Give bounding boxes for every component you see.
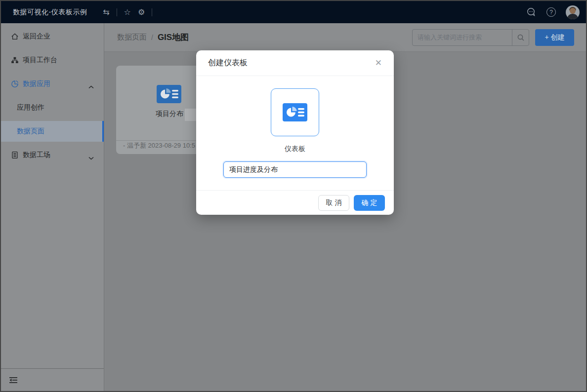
app-title: 数据可视化-仪表板示例 xyxy=(13,8,87,17)
sitemap-icon xyxy=(11,56,19,64)
star-icon[interactable]: ☆ xyxy=(124,8,131,16)
breadcrumb-separator: / xyxy=(151,34,153,41)
topbar-right: ? xyxy=(526,5,580,19)
search-icon[interactable] xyxy=(512,30,529,45)
divider xyxy=(152,8,152,16)
topbar: 数据可视化-仪表板示例 ⇆ ☆ ⚙ ? xyxy=(1,1,586,23)
gear-icon[interactable]: ⚙ xyxy=(138,8,145,16)
avatar-body xyxy=(567,14,578,19)
dashboard-type-icon xyxy=(283,103,307,121)
content-header: 数据页面 / GIS地图 + 创建 xyxy=(104,23,586,52)
home-icon xyxy=(11,33,19,40)
close-icon[interactable]: ✕ xyxy=(375,59,382,67)
sidebar-item-data-apps[interactable]: 数据应用 xyxy=(1,74,104,94)
app-window: 数据可视化-仪表板示例 ⇆ ☆ ⚙ ? xyxy=(0,0,587,392)
chevron-down-icon xyxy=(88,154,94,161)
data-factory-icon xyxy=(11,151,19,159)
sidebar-item-data-factory[interactable]: 数据工场 xyxy=(1,145,104,165)
sidebar-item-label: 应用创作 xyxy=(17,103,44,112)
cancel-button[interactable]: 取 消 xyxy=(318,195,349,211)
dashboard-type-label: 仪表板 xyxy=(196,145,394,154)
dashboard-type-option[interactable] xyxy=(271,88,319,136)
breadcrumb-current: GIS地图 xyxy=(158,32,189,43)
dashboard-card-icon xyxy=(157,85,181,103)
modal-footer: 取 消 确 定 xyxy=(196,190,394,215)
breadcrumb-parent[interactable]: 数据页面 xyxy=(117,33,147,42)
sidebar-item-label: 项目工作台 xyxy=(23,56,57,65)
help-icon[interactable]: ? xyxy=(546,7,556,17)
sidebar-item-data-pages[interactable]: 数据页面 xyxy=(1,121,104,142)
card-title: 项目分布 xyxy=(156,110,183,118)
avatar[interactable] xyxy=(566,5,580,19)
confirm-button[interactable]: 确 定 xyxy=(354,195,385,211)
dashboard-name-input[interactable] xyxy=(223,161,367,178)
sidebar-item-label: 数据工场 xyxy=(23,151,50,159)
sidebar-item-label: 返回企业 xyxy=(23,32,50,41)
search-box xyxy=(412,29,529,46)
avatar-face xyxy=(570,8,576,14)
modal-header: 创建仪表板 ✕ xyxy=(196,50,394,76)
selected-indicator-bar xyxy=(102,121,104,142)
chevron-up-icon xyxy=(88,82,94,90)
search-input[interactable] xyxy=(413,30,512,45)
sidebar: 返回企业 项目工作台 数据应用 xyxy=(1,23,104,391)
sidebar-item-label: 数据应用 xyxy=(23,79,50,88)
pie-chart-icon xyxy=(11,80,19,88)
chat-icon[interactable] xyxy=(526,7,537,17)
sidebar-item-app-creation[interactable]: 应用创作 xyxy=(1,97,104,118)
create-dashboard-modal: 创建仪表板 ✕ 仪表板 取 消 确 定 xyxy=(196,50,394,215)
topbar-icons: ⇆ ☆ ⚙ xyxy=(103,8,152,16)
collapse-sidebar-icon[interactable] xyxy=(9,376,18,384)
sidebar-item-label: 数据页面 xyxy=(17,127,44,136)
sidebar-footer xyxy=(1,368,104,391)
create-button[interactable]: + 创建 xyxy=(535,29,574,46)
sidebar-item-back-enterprise[interactable]: 返回企业 xyxy=(1,26,104,47)
swap-icon[interactable]: ⇆ xyxy=(103,8,109,16)
sidebar-item-project-workbench[interactable]: 项目工作台 xyxy=(1,50,104,71)
modal-title: 创建仪表板 xyxy=(208,58,248,68)
divider xyxy=(117,8,117,16)
